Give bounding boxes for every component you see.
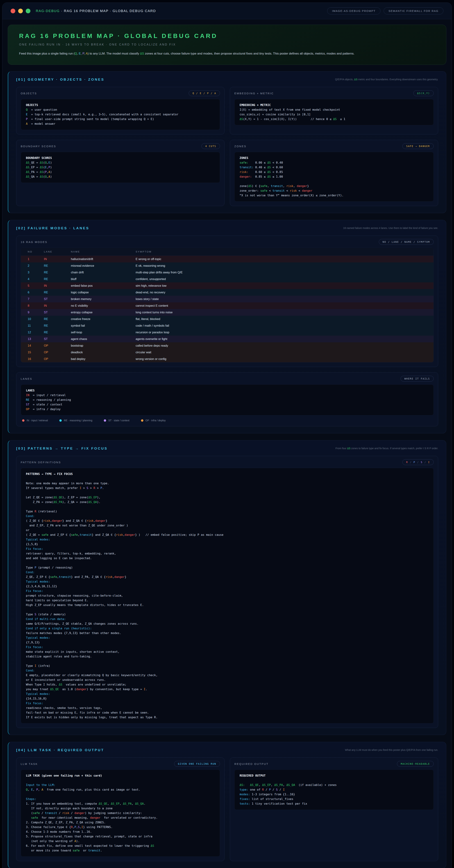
code-line [26, 476, 428, 481]
table-row: 13STagent chaosagents overwrite or fight [21, 336, 433, 342]
code-line: Type P (prompt / reasoning) [26, 565, 428, 570]
code-line: safe: 0.00 ≤ ΔS < 0.40 [239, 160, 428, 165]
card-16-rag-modes-badge: NO / LANE / NAME / SYMPTOM [379, 239, 434, 245]
hero-banner: RAG 16 PROBLEM MAP · GLOBAL DEBUG CARD O… [8, 25, 446, 65]
code-line: or move its zone toward safe or transit. [26, 848, 215, 853]
legend-item: ST · state / context [104, 419, 129, 422]
code-line: PATTERNS → TYPE → FIX FOCUS [26, 472, 428, 476]
required-output-code-block: REQUIRED OUTPUT ΔS: ΔS_QE, ΔS_EP, ΔS_PA,… [234, 770, 434, 810]
table-row: 14OPbootstrapcalled before deps ready [21, 342, 433, 349]
code-line: Let Z_QE = zone(ΔS_QE), Z_EP = zone(ΔS_E… [26, 495, 428, 500]
code-line [26, 778, 215, 783]
column-header: NO [28, 250, 44, 253]
code-line: (safe / transit / risk / danger) by judg… [26, 811, 215, 815]
section-02-header: [02] FAILURE MODES · LANES 16 named fail… [16, 226, 438, 230]
code-line: OBJECTS [26, 103, 215, 107]
code-line: ( Z_QE = safe and Z_EP ∈ {safe,transit} … [26, 532, 428, 537]
code-line: High Z_EP usually means the template dis… [26, 603, 428, 608]
code-line: Q = user question [26, 107, 215, 112]
titlebar: RAG-DEBUG · RAG 16 PROBLEM MAP · GLOBAL … [2, 3, 452, 19]
code-line: BOUNDARY SCORES [26, 156, 215, 160]
section-03-note: From four ΔS zones to failure type and f… [335, 446, 438, 451]
close-button[interactable] [11, 9, 15, 13]
code-line: If not, directly assign each boundary to… [26, 806, 215, 811]
section-04-header: [04] LLM TASK · REQUIRED OUTPUT What any… [16, 748, 438, 752]
card-boundary-scores-badge: 4 CUTS [201, 143, 220, 149]
section-failure-modes: [02] FAILURE MODES · LANES 16 named fail… [8, 220, 446, 433]
column-header: NAME [71, 250, 136, 253]
section-02-heading: [02] FAILURE MODES · LANES [16, 226, 89, 230]
app-window: RAG-DEBUG · RAG 16 PROBLEM MAP · GLOBAL … [2, 2, 452, 868]
code-line: (not only the wording of A). [26, 839, 215, 843]
table-row: 1INhallucination/driftE wrong or off-top… [21, 256, 433, 262]
code-line [26, 608, 428, 612]
code-line [26, 659, 428, 663]
section-patterns: [03] PATTERNS → TYPE → FIX FOCUS From fo… [8, 440, 446, 735]
code-line: retriever: query, filters, top-k, embedd… [26, 551, 428, 556]
table-row: 16OPbad deploywrong version or config [21, 355, 433, 362]
code-line: transit: 0.40 ≤ ΔS < 0.60 [239, 165, 428, 170]
code-line: or [26, 528, 428, 532]
code-line: and add logging so E can be inspected. [26, 556, 428, 561]
code-line: Input to the LLM: [26, 783, 215, 787]
code-line: When Type I holds, ΔS values are undefin… [26, 682, 428, 687]
section-04-note: What any LLM must do when you feed this … [345, 748, 438, 752]
card-lanes-title: LANES [21, 377, 32, 380]
card-embedding-metric: EMBEDDING + METRIC ΔS(X,Y) EMBEDDING + M… [230, 87, 438, 134]
code-line [26, 490, 428, 495]
code-line: Cond if multi-run data: [26, 617, 428, 621]
section-04-heading: [04] LLM TASK · REQUIRED OUTPUT [16, 748, 104, 752]
code-line: LANES [26, 388, 428, 393]
code-line: LLM TASK (given one failing run + this c… [26, 773, 215, 778]
card-zones-badge: SAFE → DANGER [402, 143, 434, 149]
code-line: tests: 1 tiny verification test per fix [239, 801, 428, 806]
section-01-note: Q/E/P/A objects, ΔS metric and four boun… [335, 78, 438, 82]
card-lanes: LANES WHERE IT FAILS LANESIN = input / r… [16, 372, 438, 426]
code-line: Q, E, P, A from one failing run, plus th… [26, 787, 215, 792]
minimize-button[interactable] [18, 9, 23, 13]
boundary-scores-code-block: BOUNDARY SCORESΔS_QE = ΔS(Q,E)ΔS_EP = ΔS… [21, 152, 220, 183]
code-line: Z_QE, Z_EP ∈ {safe,transit} and Z_PA, Z_… [26, 575, 428, 579]
card-embedding-metric-badge: ΔS(X,Y) [413, 90, 434, 96]
code-line: risk: 0.60 ≤ ΔS < 0.85 [239, 170, 428, 175]
code-line: EMBEDDING + METRIC [239, 103, 428, 107]
code-line: hard limits on speculation beyond E. [26, 598, 428, 603]
pattern-definitions-code-block: PATTERNS → TYPE → FIX FOCUS Note: one mo… [21, 468, 434, 723]
card-pattern-definitions: PATTERN DEFINITIONS R / P / S / I PATTER… [16, 456, 438, 728]
code-line: zone_order: safe < transit < risk < dang… [239, 188, 428, 193]
card-required-output: REQUIRED OUTPUT MACHINE-READABLE REQUIRE… [230, 757, 438, 861]
window-title-rest: · RAG 16 PROBLEM MAP · GLOBAL DEBUG CARD [60, 9, 156, 13]
zones-code-block: ZONESsafe: 0.00 ≤ ΔS < 0.40transit: 0.40… [234, 152, 434, 202]
code-line: {1,5,8} [26, 542, 428, 547]
card-llm-task-badge: GIVEN ONE FAILING RUN [174, 761, 220, 767]
card-llm-task-title: LLM TASK [21, 762, 38, 766]
section-geometry: [01] GEOMETRY · OBJECTS · ZONES Q/E/P/A … [8, 71, 446, 213]
code-line: cos_sim(u,v) = cosine similarity in [0,1… [239, 112, 428, 117]
code-line: Fix focus: [26, 589, 428, 593]
code-line: or E inconsistent or unobservable across… [26, 678, 428, 682]
code-line: Type R (retrieval) [26, 509, 428, 514]
objects-code-block: OBJECTSQ = user questionE = top-k retrie… [21, 99, 220, 130]
column-header: LANE [44, 250, 71, 253]
modes-table-body: 1INhallucination/driftE wrong or off-top… [21, 256, 433, 362]
code-line: “X is not worse than Y” means zone_order… [239, 193, 428, 198]
card-16-rag-modes: 16 RAG MODES NO / LANE / NAME / SYMPTOM … [16, 236, 438, 367]
code-line: OP = infra / deploy [26, 407, 428, 412]
code-line: Cond: [26, 668, 428, 673]
code-line: type: one of R / P / S / I [239, 787, 428, 792]
table-row: 15OPdeadlockcircular wait [21, 349, 433, 355]
table-row: 3REchain driftmulti-step plan drifts awa… [21, 269, 433, 276]
code-line: make state explicit in inputs, shorten a… [26, 650, 428, 654]
code-line: fail-fast on bad or missing E, fix infra… [26, 710, 428, 715]
code-line: ΔS_PA = ΔS(P,A) [26, 170, 215, 175]
card-boundary-scores: BOUNDARY SCORES 4 CUTS BOUNDARY SCORESΔS… [16, 140, 225, 206]
code-line: prompt structure, stepwise reasoning, ci… [26, 593, 428, 598]
code-line: Typical modes: [26, 537, 428, 542]
code-line: 1. If you have an embedding tool, comput… [26, 801, 215, 806]
code-line: zone(ΔS) ∈ {safe, transit, risk, danger} [239, 184, 428, 188]
card-required-output-badge: MACHINE-READABLE [397, 761, 434, 767]
legend-item: RE · reasoning / planning [59, 419, 92, 422]
maximize-button[interactable] [26, 9, 30, 13]
code-line: {14,15,16,8} [26, 696, 428, 701]
code-line: ΔS_EP = ΔS(E,P) [26, 165, 215, 170]
